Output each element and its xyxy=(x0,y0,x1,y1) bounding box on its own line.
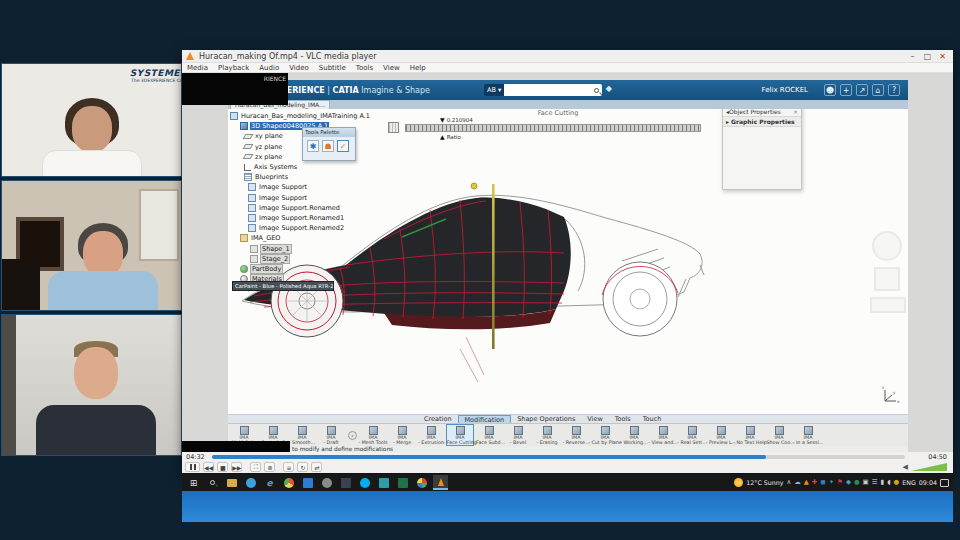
tag-icon[interactable]: ◆ xyxy=(606,84,612,96)
3d-viewport[interactable]: Face Cutting ▼ 0.210904 ▲ Ratio Tools Pa… xyxy=(228,109,908,414)
add-icon[interactable]: + xyxy=(840,84,852,96)
menu-view[interactable]: View xyxy=(378,64,405,72)
tray-icon[interactable]: ◼ xyxy=(820,475,825,490)
tool-draft[interactable]: IMA- Draft xyxy=(317,424,345,446)
app-icon-teal[interactable] xyxy=(376,475,391,490)
ghost-slab-tool-icon[interactable] xyxy=(870,297,906,313)
skype-icon[interactable] xyxy=(357,475,372,490)
previous-button[interactable]: ◀◀ xyxy=(203,462,214,472)
tool-face-cutting[interactable]: IMA- Face Cutting xyxy=(446,424,474,446)
chrome-icon[interactable] xyxy=(281,475,296,490)
ghost-box-tool-icon[interactable] xyxy=(874,267,900,291)
volume-slider[interactable] xyxy=(911,463,947,471)
tree-item-partbody[interactable]: PartBody xyxy=(230,264,371,274)
tool-view-and[interactable]: IMA- View and... xyxy=(649,424,677,446)
shuffle-button[interactable]: ⇄ xyxy=(311,462,322,472)
seek-bar[interactable] xyxy=(212,455,905,459)
menu-subtitle[interactable]: Subtitle xyxy=(314,64,351,72)
tool-merge[interactable]: IMA- Merge xyxy=(388,424,416,446)
tool-face-subdivision[interactable]: IMA- Face Subd... xyxy=(475,424,503,446)
action-center-icon[interactable] xyxy=(940,479,949,487)
tray-onedrive-icon[interactable]: ☁ xyxy=(794,475,801,490)
loop-button[interactable]: ↻ xyxy=(297,462,308,472)
tree-root[interactable]: Huracan_Bas_modeling_IMATraining A.1 xyxy=(230,111,371,121)
fullscreen-button[interactable]: ⛶ xyxy=(250,462,261,472)
menu-video[interactable]: Video xyxy=(284,64,314,72)
search-button[interactable] xyxy=(591,84,602,96)
tool-preview[interactable]: IMA- Preview L... xyxy=(707,424,735,446)
menu-media[interactable]: Media xyxy=(182,64,213,72)
vlc-video-area[interactable]: RIENCE 3DEXPERIENCE | CATIA Imagine & Sh… xyxy=(182,73,953,452)
tool-show-coordinates[interactable]: IMA- Show Coo... xyxy=(765,424,793,446)
tray-icon[interactable]: ● xyxy=(894,475,900,490)
tree-item-axis-systems[interactable]: Axis Systems xyxy=(230,162,371,172)
share-icon[interactable]: ↗ xyxy=(856,84,868,96)
tray-icon[interactable]: ● xyxy=(854,475,860,490)
tree-item-ima-geo[interactable]: IMA_GEO xyxy=(230,233,371,243)
tray-network-icon[interactable]: ▮ xyxy=(881,475,885,490)
menu-playback[interactable]: Playback xyxy=(213,64,254,72)
tool-in-a-session[interactable]: IMA- In a Sessi... xyxy=(794,424,822,446)
object-properties-title[interactable]: Object Properties xyxy=(729,109,781,116)
weather-text[interactable]: 12°C Sunny xyxy=(746,479,783,486)
tree-item-blueprints[interactable]: Blueprints xyxy=(230,172,371,182)
start-button[interactable]: ⊞ xyxy=(186,475,201,490)
menu-tools[interactable]: Tools xyxy=(351,64,378,72)
app-icon-gray[interactable] xyxy=(319,475,334,490)
tool-reverse[interactable]: IMA- Reverse... xyxy=(562,424,590,446)
tool-bevel[interactable]: IMA- Bevel xyxy=(504,424,532,446)
tray-icon[interactable]: ☰ xyxy=(872,475,878,490)
snap-gear-icon[interactable]: ✱ xyxy=(307,140,319,152)
close-button[interactable]: ✕ xyxy=(936,51,949,62)
vlc-taskbar-icon[interactable] xyxy=(433,475,448,490)
graphic-properties-title[interactable]: Graphic Properties xyxy=(731,118,795,125)
search-input[interactable] xyxy=(504,84,591,96)
tool-cut-by-plane[interactable]: IMA- Cut by Plane xyxy=(591,424,619,446)
tray-icon[interactable]: ◆ xyxy=(846,475,851,490)
tray-icon[interactable]: ⚑ xyxy=(837,475,843,490)
tree-item-image-support-renamed2[interactable]: Image Support.Renamed2 xyxy=(230,223,371,233)
ghost-sphere-tool-icon[interactable] xyxy=(872,231,902,261)
tray-vlc-icon[interactable]: ▲ xyxy=(804,475,809,490)
menu-audio[interactable]: Audio xyxy=(254,64,284,72)
internet-explorer-icon[interactable]: e xyxy=(262,475,277,490)
tool-real-settings[interactable]: IMA- Real Sett... xyxy=(678,424,706,446)
file-explorer-icon[interactable] xyxy=(224,475,239,490)
tree-item-image-support[interactable]: Image Support xyxy=(230,193,371,203)
maximize-button[interactable]: □ xyxy=(921,51,934,62)
playlist-button[interactable]: ≡ xyxy=(283,462,294,472)
toolbar-expand-icon[interactable]: › xyxy=(348,431,357,440)
search-scope-dropdown[interactable]: AB ▾ xyxy=(484,84,504,96)
next-button[interactable]: ▶▶ xyxy=(231,462,242,472)
tool-erasing[interactable]: IMA- Erasing xyxy=(533,424,561,446)
tree-item-image-support-renamed[interactable]: Image Support.Renamed xyxy=(230,203,371,213)
tool-no-text-help[interactable]: IMA- No Text Help xyxy=(736,424,764,446)
vlc-titlebar[interactable]: Huracan_making Of.mp4 - VLC media player… xyxy=(182,50,953,63)
volume-icon[interactable]: ◀ xyxy=(903,463,908,471)
tray-volume-icon[interactable]: ◖ xyxy=(887,475,890,490)
extended-settings-button[interactable]: ≣ xyxy=(264,462,275,472)
tray-show-hidden-icon[interactable]: ∧ xyxy=(787,475,792,490)
help-icon[interactable]: ? xyxy=(888,84,900,96)
app-icon-color[interactable] xyxy=(414,475,429,490)
validate-checkbox-icon[interactable]: ✓ xyxy=(337,140,349,152)
edge-icon[interactable] xyxy=(243,475,258,490)
axis-triad-icon[interactable]: x z y xyxy=(880,385,900,405)
panel-close-icon[interactable]: × xyxy=(793,109,798,116)
tool-smooth[interactable]: IMA- Smooth... xyxy=(288,424,316,446)
minimize-button[interactable]: – xyxy=(906,51,919,62)
app-icon-dark[interactable] xyxy=(338,475,353,490)
tool-mesh-tools[interactable]: IMA- Mesh Tools xyxy=(359,424,387,446)
excel-icon[interactable] xyxy=(395,475,410,490)
stop-button[interactable]: ■ xyxy=(217,462,228,472)
tool-extrusion[interactable]: IMA- Extrusion xyxy=(417,424,445,446)
home-icon[interactable]: ⌂ xyxy=(872,84,884,96)
photos-app-icon[interactable] xyxy=(300,475,315,490)
menu-help[interactable]: Help xyxy=(405,64,431,72)
tree-item-image-support[interactable]: Image Support xyxy=(230,182,371,192)
tool-working[interactable]: IMA- Working... xyxy=(620,424,648,446)
mesh-hand-icon[interactable]: ☗ xyxy=(322,140,334,152)
tree-item-shape1[interactable]: Shape_1 xyxy=(230,243,371,253)
profile-icon[interactable]: ☻ xyxy=(824,84,836,96)
grid-options-icon[interactable] xyxy=(388,122,399,133)
